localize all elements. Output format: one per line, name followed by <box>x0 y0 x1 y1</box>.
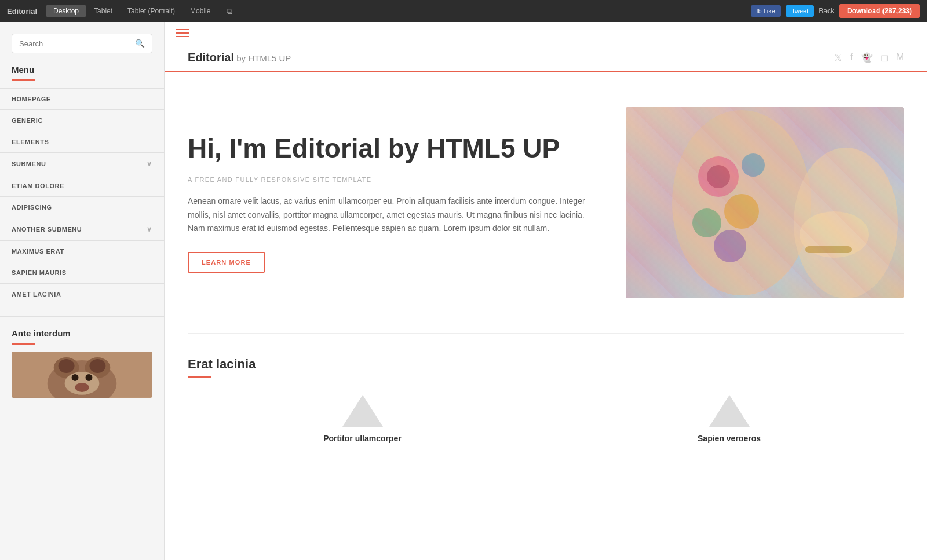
social-icons: 𝕏 f 👻 ◻ M <box>834 52 904 63</box>
erat-section: Erat lacinia Portitor ullamcorper Sapien… <box>165 334 927 460</box>
menu-item-amet[interactable]: AMET LACINIA <box>0 283 164 305</box>
layout: 🔍 Menu HOMEPAGE GENERIC ELEMENTS SUBMENU… <box>0 22 927 560</box>
menu-item-elements[interactable]: ELEMENTS <box>0 131 164 152</box>
download-button[interactable]: Download (287,233) <box>839 4 920 18</box>
chevron-down-icon: ∨ <box>147 160 152 168</box>
menu-item-label: AMET LACINIA <box>12 291 61 298</box>
erat-section-underline <box>188 376 211 378</box>
hamburger-line-3 <box>176 36 189 37</box>
site-logo-bold: Editorial <box>188 51 234 64</box>
hero-subtitle: A FREE AND FULLY RESPONSIVE SITE TEMPLAT… <box>188 176 591 183</box>
widget-title: Ante interdum <box>0 328 164 338</box>
sidebar-divider <box>0 316 164 317</box>
external-link-icon[interactable]: ⧉ <box>222 4 237 19</box>
menu-item-label: SUBMENU <box>12 160 46 167</box>
widget-underline <box>12 343 35 345</box>
topbar-brand: Editorial <box>7 7 37 16</box>
menu-item-label: ETIAM DOLORE <box>12 182 64 189</box>
facebook-like-button[interactable]: fb Like <box>751 5 781 17</box>
cards-row: Portitor ullamcorper Sapien veroeros <box>188 392 904 443</box>
svg-point-15 <box>724 194 759 229</box>
svg-point-16 <box>692 208 721 237</box>
tab-mobile[interactable]: Mobile <box>183 5 217 17</box>
menu-item-submenu[interactable]: SUBMENU ∨ <box>0 152 164 175</box>
instagram-icon[interactable]: ◻ <box>881 52 888 63</box>
back-button[interactable]: Back <box>819 7 834 15</box>
triangle-icon-1 <box>342 395 383 427</box>
tab-tablet-portrait[interactable]: Tablet (Portrait) <box>121 5 182 17</box>
svg-rect-10 <box>626 107 904 298</box>
facebook-icon[interactable]: f <box>850 52 852 63</box>
menu-item-label: ANOTHER SUBMENU <box>12 226 82 233</box>
menu-list: HOMEPAGE GENERIC ELEMENTS SUBMENU ∨ ETIA… <box>0 88 164 305</box>
hamburger-line-2 <box>176 32 189 34</box>
menu-item-label: ELEMENTS <box>12 138 49 145</box>
hamburger-menu-icon[interactable] <box>176 29 189 37</box>
medium-icon[interactable]: M <box>896 52 904 63</box>
menu-item-label: HOMEPAGE <box>12 96 51 103</box>
svg-point-12 <box>794 148 898 298</box>
search-box[interactable]: 🔍 <box>12 34 152 53</box>
hero-title: Hi, I'm Editorial by HTML5 UP <box>188 133 591 164</box>
svg-point-7 <box>72 374 79 381</box>
search-icon: 🔍 <box>135 39 145 48</box>
tattoo-image <box>626 107 904 298</box>
sidebar: 🔍 Menu HOMEPAGE GENERIC ELEMENTS SUBMENU… <box>0 22 165 560</box>
content-topbar <box>165 22 927 44</box>
chevron-down-icon: ∨ <box>147 225 152 233</box>
menu-item-another-submenu[interactable]: ANOTHER SUBMENU ∨ <box>0 218 164 240</box>
snapchat-icon[interactable]: 👻 <box>861 52 873 63</box>
menu-item-etiam[interactable]: ETIAM DOLORE <box>0 175 164 196</box>
menu-underline <box>12 79 35 81</box>
tab-desktop[interactable]: Desktop <box>46 5 86 17</box>
main-content: Editorial by HTML5 UP 𝕏 f 👻 ◻ M Hi, I'm … <box>165 22 927 560</box>
hero-image <box>626 107 904 298</box>
svg-point-19 <box>800 211 869 258</box>
menu-item-sapien[interactable]: SAPIEN MAURIS <box>0 262 164 283</box>
menu-item-maximus[interactable]: MAXIMUS ERAT <box>0 240 164 262</box>
menu-item-label: SAPIEN MAURIS <box>12 269 67 276</box>
tab-tablet[interactable]: Tablet <box>87 5 119 17</box>
bear-image <box>12 352 152 398</box>
site-logo: Editorial by HTML5 UP <box>188 51 291 64</box>
sidebar-widget-image <box>12 352 152 398</box>
triangle-icon-2 <box>709 395 750 427</box>
card-1-title: Portitor ullamcorper <box>323 434 402 443</box>
card-1-icon <box>340 392 386 427</box>
menu-item-homepage[interactable]: HOMEPAGE <box>0 88 164 109</box>
hero-body-text: Aenean ornare velit lacus, ac varius eni… <box>188 195 591 236</box>
svg-point-5 <box>89 359 105 373</box>
learn-more-button[interactable]: LEARN MORE <box>188 252 265 273</box>
card-2-title: Sapien veroeros <box>698 434 761 443</box>
svg-point-17 <box>714 230 746 262</box>
topbar-tabs: Desktop Tablet Tablet (Portrait) Mobile <box>46 5 217 17</box>
svg-rect-20 <box>805 246 852 253</box>
card-2-icon <box>706 392 753 427</box>
card-2: Sapien veroeros <box>554 392 904 443</box>
site-logo-sub: by HTML5 UP <box>234 53 291 63</box>
svg-point-9 <box>75 383 89 392</box>
svg-point-11 <box>672 110 811 295</box>
hero-content: Hi, I'm Editorial by HTML5 UP A FREE AND… <box>188 133 591 273</box>
svg-point-18 <box>742 153 765 177</box>
menu-title: Menu <box>0 65 164 75</box>
hero-section: Hi, I'm Editorial by HTML5 UP A FREE AND… <box>165 72 927 333</box>
topbar: Editorial Desktop Tablet Tablet (Portrai… <box>0 0 927 22</box>
card-1: Portitor ullamcorper <box>188 392 537 443</box>
menu-item-generic[interactable]: GENERIC <box>0 109 164 131</box>
menu-item-label: MAXIMUS ERAT <box>12 248 64 255</box>
twitter-icon[interactable]: 𝕏 <box>834 52 842 63</box>
menu-item-adipiscing[interactable]: ADIPISCING <box>0 196 164 218</box>
menu-item-label: GENERIC <box>12 117 43 124</box>
erat-section-title: Erat lacinia <box>188 357 904 372</box>
twitter-tweet-button[interactable]: Tweet <box>786 5 814 17</box>
topbar-right: fb Like Tweet Back Download (287,233) <box>751 4 921 18</box>
hamburger-line-1 <box>176 29 189 30</box>
svg-point-14 <box>707 165 730 188</box>
site-header: Editorial by HTML5 UP 𝕏 f 👻 ◻ M <box>165 44 927 72</box>
svg-point-13 <box>698 156 739 197</box>
menu-item-label: ADIPISCING <box>12 204 52 211</box>
svg-point-8 <box>85 374 92 381</box>
svg-point-4 <box>59 359 75 373</box>
search-input[interactable] <box>19 39 135 48</box>
